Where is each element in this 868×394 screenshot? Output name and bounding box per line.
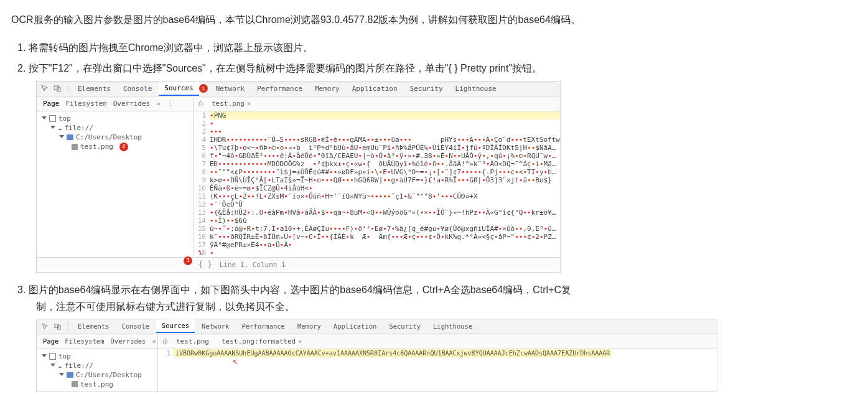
- frame-icon: [49, 115, 56, 122]
- step-3-line-2: 制，注意不可使用鼠标右键方式进行复制，以免拷贝不全。: [36, 298, 857, 315]
- device-toggle-icon[interactable]: [53, 322, 62, 331]
- tab-sources[interactable]: Sources: [159, 82, 198, 96]
- subtab-overrides[interactable]: Overrides: [111, 337, 146, 345]
- tab-lighthouse[interactable]: Lighthouse: [450, 82, 502, 95]
- file-icon: [72, 144, 78, 150]
- subtab-filesystem[interactable]: Filesystem: [65, 337, 104, 345]
- tree-scheme[interactable]: ☁file://: [42, 361, 157, 370]
- line-number: 12: [194, 200, 210, 209]
- tab-network[interactable]: Network: [196, 320, 235, 332]
- devtools-screenshot-1: Elements Console Sources 1 Network Perfo…: [36, 81, 561, 273]
- file-tree: top ☁file:// C:/Users/Desktop test.png 2: [37, 111, 194, 257]
- subtab-page[interactable]: Page: [43, 100, 60, 108]
- sources-sub-bar-2: Page Filesystem Overrides » ⋮ ⎙ test.png…: [37, 334, 717, 349]
- file-tree-2: top ☁file:// C:/Users/Desktop test.png: [37, 349, 158, 392]
- open-file-tab-1[interactable]: test.png: [172, 336, 213, 347]
- tab-memory[interactable]: Memory: [309, 82, 345, 95]
- line-number: 5: [194, 144, 210, 152]
- tab-network[interactable]: Network: [210, 82, 250, 95]
- code-line: •: [210, 120, 560, 128]
- cloud-icon: ☁: [58, 124, 62, 132]
- code-line: k¯•••ðRQÏR±Ê•ðÏÙmₐÚ•[v~•C•Ï••{ÍÅÈ•k Æ• Ä…: [210, 233, 560, 241]
- device-toggle-icon[interactable]: [53, 84, 62, 93]
- line-number: 13: [194, 209, 210, 217]
- tab-application[interactable]: Application: [328, 320, 383, 332]
- line-number: 14: [194, 217, 210, 225]
- tab-memory[interactable]: Memory: [292, 320, 327, 332]
- inspect-icon[interactable]: [40, 322, 49, 331]
- file-icon: [72, 381, 78, 387]
- toggle-pane-icon[interactable]: ⎙: [163, 337, 167, 345]
- code-line: •PNG: [210, 111, 560, 120]
- tree-top[interactable]: top: [42, 114, 193, 123]
- sources-sub-bar: Page Filesystem Overrides » ⋮ ⎙ test.png…: [37, 96, 560, 111]
- tree-scheme[interactable]: ☁file://: [42, 123, 193, 133]
- line-number: 10: [194, 184, 210, 192]
- source-code-view-2[interactable]: 1 iVBORw0KGgoAAAANSUhEUgAABAAAAAOcCAYAAA…: [158, 349, 717, 392]
- toggle-pane-icon[interactable]: ⎙: [198, 100, 203, 108]
- tree-top[interactable]: top: [42, 352, 157, 361]
- arrow-icon: ↖: [233, 357, 717, 365]
- open-file-tab[interactable]: test.png ×: [208, 98, 254, 109]
- line-number: 8: [194, 168, 210, 176]
- line-number: 11: [194, 192, 210, 200]
- tree-file[interactable]: test.png 2: [42, 142, 193, 152]
- cursor-location: Line 1, Column 1: [217, 261, 286, 269]
- tree-file[interactable]: test.png: [42, 380, 157, 389]
- source-code-view[interactable]: 1•PNG2•3•••4IHDR••••••••••¨Ù–5••••sRGB•®…: [194, 111, 560, 257]
- tab-sources[interactable]: Sources: [156, 319, 195, 333]
- subtab-overrides[interactable]: Overrides: [113, 100, 151, 108]
- folder-icon: [67, 372, 73, 378]
- line-number: 9: [194, 176, 210, 184]
- tree-folder[interactable]: C:/Users/Desktop: [42, 133, 193, 142]
- subtab-menu-icon[interactable]: ⋮: [167, 100, 174, 108]
- devtools-tab-bar-2: Elements Console Sources Network Perform…: [37, 319, 717, 334]
- tab-elements[interactable]: Elements: [72, 320, 115, 332]
- marker-2: 2: [119, 143, 128, 151]
- tab-console[interactable]: Console: [118, 82, 157, 95]
- line-number: 17: [194, 241, 210, 249]
- tree-folder[interactable]: C:/Users/Desktop: [42, 370, 157, 380]
- code-line: •\Tu¢?þ•o<~•ñÞ•©•o•»•b i³P÷d°bUù•âU•emUu…: [210, 144, 560, 152]
- devtools-tab-bar: Elements Console Sources 1 Network Perfo…: [37, 82, 560, 96]
- tab-lighthouse[interactable]: Lighthouse: [427, 320, 478, 332]
- tab-application[interactable]: Application: [347, 82, 403, 95]
- inspect-icon[interactable]: [40, 84, 49, 93]
- cloud-icon: ☁: [58, 362, 62, 370]
- frame-icon: [49, 353, 56, 360]
- code-line: EÐ••••••••••••MDÒDOÔG%z •²¢þkx±•ç•«w•{ ð…: [210, 160, 560, 168]
- tab-security[interactable]: Security: [383, 320, 426, 332]
- devtools-screenshot-2: Elements Console Sources Network Perform…: [36, 319, 717, 392]
- close-icon[interactable]: ×: [247, 100, 251, 107]
- pretty-print-button[interactable]: { }: [194, 260, 217, 269]
- tab-console[interactable]: Console: [116, 320, 155, 332]
- tab-elements[interactable]: Elements: [72, 82, 116, 95]
- step-2: 2. 按下"F12"，在弹出窗口中选择"Sources"，在左侧导航树中选择需要…: [17, 60, 857, 77]
- code-line: (K•••çL•2••!L•ZXsM•¨ío×•Ûúñ•H='¨íQ»NYü~•…: [210, 192, 560, 200]
- marker-1: 1: [199, 84, 208, 93]
- code-line: ÈÑà•ß•è~=ø•$ÏCZ@Û•4iåúH<•: [210, 184, 560, 192]
- tab-security[interactable]: Security: [404, 82, 449, 95]
- step-3-line-1: 3. 图片的base64编码显示在右侧界面中，如下图箭头中内容，选中图片的bas…: [17, 281, 857, 298]
- code-line: ù~•˜•;ó@•R•t;7,Ï•a10•+,ÈAøÇÏu••••F)•ö²³•…: [210, 225, 560, 233]
- line-number: 4: [194, 136, 210, 144]
- base64-content[interactable]: iVBORw0KGgoAAAANSUhEUgAABAAAAAOcCAYAAACv…: [174, 349, 611, 357]
- code-line: ••¯""<¢P••••••••¨ì$j=±ÙÔÊ¢ú##••»øDF»p»i•…: [210, 168, 560, 176]
- code-line: •¨'ÔcÔ³Û: [210, 200, 560, 209]
- line-number: 1: [158, 349, 174, 357]
- code-line: f•"~4ô•GÐÙäÊ³••••ê¦Á•åéÔé•"0ïä/CEAEU•|~ò…: [210, 152, 560, 160]
- line-number: 16: [194, 233, 210, 241]
- subtab-page[interactable]: Page: [43, 337, 58, 345]
- tab-performance[interactable]: Performance: [236, 320, 291, 332]
- svg-rect-2: [54, 324, 58, 328]
- code-line: •{&Êå;HÛ2•:.0•éâPm•HVâ•áÄÀ•$••qã~•8uM•<Q…: [210, 209, 560, 217]
- code-line: •: [210, 249, 560, 257]
- close-icon[interactable]: ×: [298, 338, 302, 345]
- subtab-more[interactable]: »: [156, 100, 161, 108]
- subtab-filesystem[interactable]: Filesystem: [66, 100, 107, 108]
- code-line: k>ø••DÑ\ÙÎÇ°Â[•LTaI§»¬Ï~H•o•••QØ•••hGQ6R…: [210, 176, 560, 184]
- subtab-more[interactable]: »: [152, 337, 156, 345]
- tab-performance[interactable]: Performance: [251, 82, 308, 95]
- open-file-tab-formatted[interactable]: test.png:formatted ×: [218, 336, 306, 347]
- line-number: 1: [194, 111, 210, 120]
